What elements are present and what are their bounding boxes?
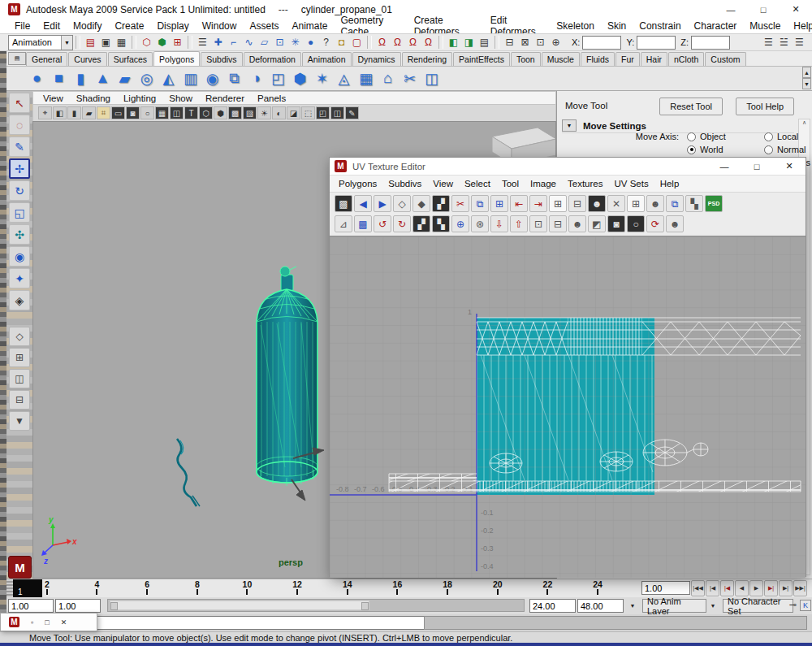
wireframe-icon[interactable]: ⬡	[199, 106, 213, 119]
play-backwards-button[interactable]: ◀	[735, 580, 749, 596]
menu-item[interactable]: Display	[150, 20, 195, 32]
hose-object[interactable]	[177, 439, 200, 506]
go-to-start-button[interactable]: |◀◀	[691, 580, 705, 596]
gate-mask-icon[interactable]: ○	[140, 106, 154, 119]
smooth-icon[interactable]: ✶	[311, 67, 333, 89]
uv-canvas[interactable]: 1 -0.8 -0.7 -0.6 -0.5 -0.4 -0.3 -0.2 -0.…	[330, 236, 806, 578]
toggle-filtered-icon[interactable]: ◩	[588, 215, 606, 232]
shadows-icon[interactable]: ◐	[272, 106, 286, 119]
shelf-tab[interactable]: Dynamics	[352, 52, 401, 66]
sew-uv-edges-icon[interactable]: ⧉	[471, 195, 489, 212]
quadrangulate-icon[interactable]: ▦	[355, 67, 377, 89]
snap-uvs-icon[interactable]: ⊟	[568, 195, 586, 212]
step-forward-frame-button[interactable]: ▶|	[779, 580, 793, 596]
tool-help-button[interactable]: Tool Help	[736, 98, 794, 115]
save-scene-icon[interactable]: ▦	[114, 35, 129, 50]
viewport-menu-item[interactable]: Renderer	[199, 93, 251, 103]
separate-icon[interactable]: ◑	[245, 67, 267, 89]
uv-menu-item[interactable]: Select	[459, 179, 496, 189]
shelf-tab[interactable]: Subdivs	[201, 52, 242, 66]
xray-icon[interactable]: ◪	[287, 106, 300, 119]
persp-outliner-layout-button[interactable]: ◫	[9, 369, 30, 388]
timeline-ruler[interactable]: 2 4 6 8 10 12	[22, 579, 623, 598]
shelf-tab[interactable]: Surfaces	[108, 52, 153, 66]
combine-icon[interactable]: ⧉	[223, 67, 245, 89]
coordinate-z-input[interactable]	[691, 36, 730, 50]
snap-to-curves-icon[interactable]: Ω	[390, 35, 405, 50]
select-by-misc-icon[interactable]: ?	[318, 35, 334, 50]
radio-icon[interactable]	[687, 145, 696, 154]
animation-end-field[interactable]	[577, 599, 624, 613]
render-current-frame-icon[interactable]: ⊟	[502, 35, 517, 50]
time-slider[interactable]: 2 4 6 8 10 12	[6, 579, 812, 598]
go-to-end-button[interactable]: ▶▶|	[793, 580, 807, 596]
uv-face-icon[interactable]: ☻	[568, 215, 586, 232]
snap-to-points-icon[interactable]: Ω	[405, 35, 421, 50]
shelf-tab[interactable]: Fur	[615, 52, 640, 66]
menu-item[interactable]: Edit	[37, 20, 67, 32]
show-channel-box-icon[interactable]: ☰	[792, 35, 807, 50]
safe-title-icon[interactable]: ◫	[170, 106, 184, 119]
shelf-tab[interactable]: Deformation	[244, 52, 301, 66]
uv-menu-item[interactable]: Tool	[496, 179, 525, 189]
snap-to-view-planes-icon[interactable]: Ω	[421, 35, 436, 50]
align-u-max-icon[interactable]: ⇧	[510, 215, 528, 232]
combined-mask-icon[interactable]: ☰	[195, 35, 210, 50]
menu-item[interactable]: File	[8, 20, 37, 32]
select-by-rendering-icon[interactable]: ●	[303, 35, 318, 50]
fill-hole-icon[interactable]: ⌂	[377, 67, 399, 89]
shelf-tab[interactable]: Custom	[705, 52, 745, 66]
close-button[interactable]: ✕	[780, 0, 812, 19]
texture-borders-icon[interactable]: ◰	[316, 106, 330, 119]
extract-icon[interactable]: ◰	[267, 67, 289, 89]
isolate-select-icon[interactable]: ⊡	[529, 215, 547, 232]
warp-image-icon[interactable]: ⊕	[451, 215, 469, 232]
align-shell-icon[interactable]: ⇥	[529, 195, 547, 212]
universal-manipulator-tool[interactable]: ✣	[9, 224, 30, 245]
radio-icon[interactable]	[687, 132, 696, 141]
maximize-button[interactable]: □	[747, 0, 780, 19]
split-polygon-icon[interactable]: ◫	[421, 67, 443, 89]
propane-cylinder-object[interactable]	[257, 267, 317, 486]
menu-set-dropdown[interactable]: Animation ▼	[8, 35, 73, 50]
split-uvs-icon[interactable]: ✂	[451, 195, 469, 212]
poly-pyramid-icon[interactable]: ◭	[158, 67, 179, 89]
character-set-dropdown-icon[interactable]: ▼	[706, 600, 720, 611]
step-forward-key-button[interactable]: ▶|	[764, 580, 778, 596]
display-checker-icon[interactable]: ▚	[685, 195, 703, 212]
radio-option[interactable]: World	[687, 143, 774, 156]
viewport-menu-item[interactable]: Panels	[251, 93, 292, 103]
timeline-tick[interactable]: 8	[172, 579, 222, 598]
select-camera-icon[interactable]: ⌖	[38, 106, 52, 119]
ipr-render-icon[interactable]: ⊠	[517, 35, 533, 50]
camera-attributes-icon[interactable]: ◧	[53, 106, 67, 119]
uv-title-bar[interactable]: M UV Texture Editor — □ ✕	[330, 158, 806, 176]
menu-item[interactable]: Skin	[601, 20, 633, 32]
uv-minimize-button[interactable]: —	[708, 158, 741, 175]
update-psd-icon[interactable]: ☻	[666, 215, 684, 232]
four-pane-layout-button[interactable]: ⊞	[9, 348, 30, 367]
collapsed-window-titlebar[interactable]: M ▫ □ ✕	[0, 613, 97, 631]
uv-menu-item[interactable]: Image	[525, 179, 562, 189]
paint-effects-icon[interactable]: ✎	[345, 106, 359, 119]
paint-select-tool[interactable]: ✎	[9, 137, 30, 157]
animation-start-field[interactable]	[8, 599, 54, 613]
shelf-tab[interactable]: Animation	[302, 52, 352, 66]
menu-item[interactable]: Character	[688, 20, 744, 32]
shelf-tab[interactable]: Fluids	[581, 52, 615, 66]
current-frame-marker[interactable]: 1	[13, 579, 42, 598]
uv-smudge-icon[interactable]: ⊛	[471, 215, 489, 232]
shelf-tab[interactable]: Rendering	[402, 52, 452, 66]
shelf-tab[interactable]: Polygons	[153, 51, 200, 66]
triangulate-icon[interactable]: ◬	[333, 67, 355, 89]
use-all-lights-icon[interactable]: ☀	[257, 106, 271, 119]
minimize-button[interactable]: —	[715, 0, 747, 19]
select-component-icon[interactable]: ⊞	[170, 35, 185, 50]
timeline-tick[interactable]: 14	[322, 579, 373, 598]
viewport-menu-item[interactable]: Lighting	[117, 93, 162, 103]
menu-item[interactable]: Skeleton	[550, 20, 601, 32]
isolate-remove-icon[interactable]: ⊟	[549, 215, 567, 232]
menu-item[interactable]: Create	[108, 20, 150, 32]
construction-history-icon[interactable]: ▤	[477, 35, 492, 50]
poly-helix-icon[interactable]: ◉	[201, 67, 223, 89]
